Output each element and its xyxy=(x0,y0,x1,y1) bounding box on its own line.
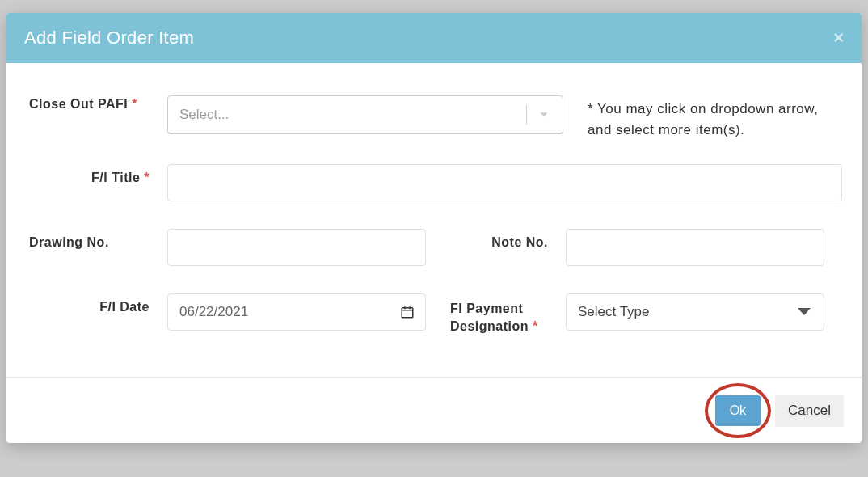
modal-footer: Ok Cancel xyxy=(6,377,862,443)
cancel-button[interactable]: Cancel xyxy=(775,395,844,427)
modal-header: Add Field Order Item × xyxy=(6,13,862,63)
add-field-order-item-modal: Add Field Order Item × Close Out PAFI * … xyxy=(6,13,862,443)
fi-title-input[interactable] xyxy=(167,164,842,201)
fi-date-label: F/I Date xyxy=(26,293,167,314)
modal-title: Add Field Order Item xyxy=(24,27,194,49)
select-divider xyxy=(526,105,527,125)
fi-date-input[interactable] xyxy=(167,293,426,331)
chevron-down-icon xyxy=(796,306,812,318)
select-placeholder: Select... xyxy=(179,107,229,123)
ok-button-highlight: Ok xyxy=(715,395,761,426)
close-icon[interactable]: × xyxy=(833,27,844,49)
svg-rect-0 xyxy=(402,308,413,318)
modal-body: Close Out PAFI * Select... * You may cli… xyxy=(6,63,862,377)
close-out-pafi-select[interactable]: Select... xyxy=(167,95,563,134)
fi-title-label: F/I Title * xyxy=(26,164,167,185)
select-type-placeholder: Select Type xyxy=(578,304,650,320)
close-out-pafi-label: Close Out PAFI * xyxy=(26,95,167,112)
ok-button[interactable]: Ok xyxy=(715,395,761,426)
fi-payment-select[interactable]: Select Type xyxy=(566,293,824,331)
drawing-no-input[interactable] xyxy=(167,229,426,266)
drawing-no-label: Drawing No. xyxy=(26,229,167,250)
note-no-input[interactable] xyxy=(566,229,824,266)
chevron-down-icon xyxy=(537,108,551,122)
fi-payment-label: FI Payment Designation * xyxy=(450,293,566,336)
dropdown-hint: * You may click on dropdown arrow, and s… xyxy=(588,95,822,140)
calendar-icon xyxy=(400,305,415,319)
note-no-label: Note No. xyxy=(450,229,566,250)
